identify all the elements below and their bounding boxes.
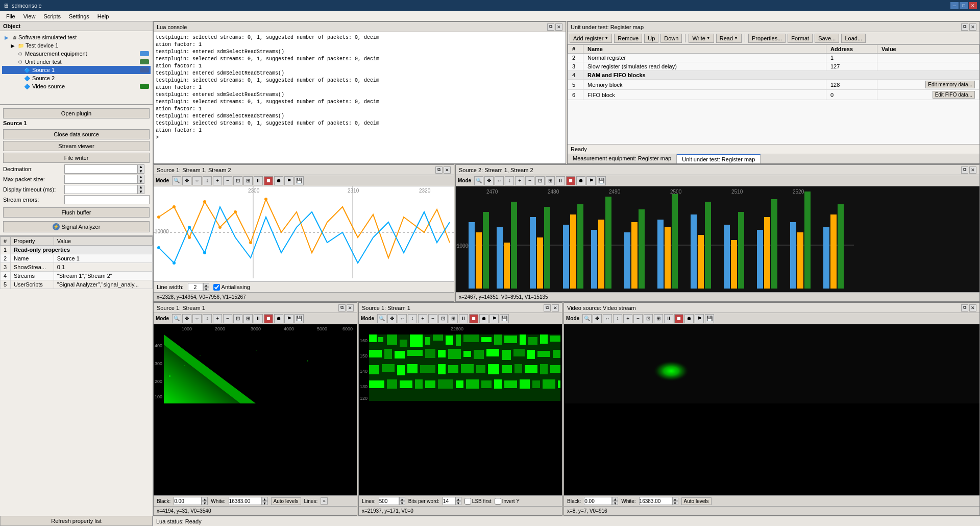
chart-tool-pan[interactable]: ✥ — [182, 176, 191, 185]
video-tool-7[interactable]: ⊡ — [644, 314, 653, 323]
video-tool-4[interactable]: ↕ — [613, 314, 622, 323]
lines-expand-btn[interactable]: » — [321, 497, 328, 505]
chart-tool-zoom-out[interactable]: − — [223, 176, 232, 185]
video-black-arrows[interactable]: ▲ ▼ — [612, 497, 618, 505]
max-packet-down[interactable]: ▼ — [137, 179, 144, 184]
chart-tool-zoom-in[interactable]: + — [213, 176, 222, 185]
s2-tool-pause[interactable]: ⏸ — [556, 176, 565, 185]
s2-tool-fit2[interactable]: ⊞ — [546, 176, 555, 185]
s1h-tool-rec[interactable]: ⏺ — [274, 314, 283, 323]
display-timeout-down[interactable]: ▼ — [137, 189, 144, 194]
register-table-scroll[interactable]: # Name Address Value 2 Normal register 1 — [568, 44, 979, 144]
video-tool-flag[interactable]: ⚑ — [695, 314, 704, 323]
s12-tool-7[interactable]: ⊡ — [438, 314, 448, 323]
lsb-first-checkbox[interactable] — [464, 498, 471, 505]
s1h-tool-1[interactable]: 🔍 — [172, 314, 181, 323]
stream-errors-input[interactable]: 0 — [64, 195, 150, 204]
s12-tool-1[interactable]: 🔍 — [377, 314, 386, 323]
source1-stream12-close-btn[interactable]: ✕ — [444, 166, 451, 174]
invert-y-label[interactable]: Invert Y — [495, 498, 520, 505]
register-map-close-btn[interactable]: ✕ — [969, 23, 976, 31]
menu-scripts[interactable]: Scripts — [39, 12, 65, 20]
video-white-up[interactable]: ▲ — [672, 497, 678, 501]
video-undock-btn[interactable]: ⧉ — [961, 304, 968, 312]
s2-tool-flag[interactable]: ⚑ — [586, 176, 596, 185]
video-source-controls[interactable]: ⧉ ✕ — [961, 304, 976, 312]
s12-bits-arrows[interactable]: ▲ ▼ — [455, 497, 461, 505]
max-packet-input[interactable]: 1000000 — [64, 175, 137, 184]
s12-bits-input[interactable] — [443, 497, 455, 505]
chart-tool-pause[interactable]: ⏸ — [254, 176, 263, 185]
s12-tool-stop[interactable]: ⏹ — [469, 314, 478, 323]
display-timeout-input[interactable]: 500 — [64, 185, 137, 194]
s2-tool-zoom-y[interactable]: ↕ — [505, 176, 514, 185]
signal-analyzer-button[interactable]: ⚡ Signal Analyzer — [3, 221, 150, 232]
antialiasing-label[interactable]: Antialiasing — [213, 284, 250, 291]
lua-console-undock-btn[interactable]: ⧉ — [547, 23, 554, 31]
source1-stream1-2-controls[interactable]: ⧉ ✕ — [544, 304, 559, 312]
s2-tool-export[interactable]: 💾 — [597, 176, 606, 185]
black-down[interactable]: ▼ — [202, 501, 208, 505]
s1h-tool-pause[interactable]: ⏸ — [254, 314, 263, 323]
reg-tab-unit-under-test[interactable]: Unit under test: Register map — [677, 154, 761, 163]
s12-bits-up[interactable]: ▲ — [455, 497, 461, 501]
stream-viewer-button[interactable]: Stream viewer — [3, 141, 150, 151]
s12-close-btn[interactable]: ✕ — [552, 304, 559, 312]
black-input[interactable] — [174, 497, 202, 505]
video-black-input[interactable] — [584, 497, 612, 505]
s12-undock-btn[interactable]: ⧉ — [544, 304, 551, 312]
chart-tool-fit2[interactable]: ⊞ — [243, 176, 253, 185]
s1h-tool-7[interactable]: ⊡ — [233, 314, 242, 323]
tree-item-source-1[interactable]: 🔷 Source 1 — [2, 66, 151, 74]
load-button[interactable]: Load... — [841, 34, 866, 43]
s12-tool-pause[interactable]: ⏸ — [459, 314, 468, 323]
white-down[interactable]: ▼ — [262, 501, 268, 505]
decimation-input[interactable]: 1 — [64, 164, 137, 174]
chart-tool-zoom[interactable]: 🔍 — [172, 176, 181, 185]
s1h-tool-5[interactable]: + — [213, 314, 222, 323]
s12-lines-arrows[interactable]: ▲ ▼ — [399, 497, 405, 505]
lua-console-controls[interactable]: ⧉ ✕ — [547, 23, 562, 31]
register-map-controls[interactable]: ⧉ ✕ — [961, 23, 976, 31]
close-button[interactable]: ✕ — [969, 2, 977, 9]
edit-memory-button[interactable]: Edit memory data... — [925, 81, 975, 88]
video-auto-levels-btn[interactable]: Auto levels — [681, 497, 712, 505]
decimation-up[interactable]: ▲ — [137, 164, 144, 169]
tree-item-test-device-1[interactable]: ▶ 📁 Test device 1 — [2, 41, 151, 50]
remove-register-button[interactable]: Remove — [614, 34, 642, 43]
s2-tool-zoom-x[interactable]: ↔ — [495, 176, 504, 185]
chart-tool-zoom-x[interactable]: ↔ — [192, 176, 202, 185]
lua-console-content[interactable]: testplugin: selected streams: 0, 1, sugg… — [154, 32, 566, 163]
s12-bits-spinbox[interactable]: ▲ ▼ — [443, 497, 461, 505]
white-spinbox[interactable]: ▲ ▼ — [229, 497, 268, 505]
s12-lines-up[interactable]: ▲ — [399, 497, 405, 501]
chart-tool-flag[interactable]: ⚑ — [284, 176, 293, 185]
s1h-close-btn[interactable]: ✕ — [347, 304, 354, 312]
source1-stream1-heatmap-controls[interactable]: ⧉ ✕ — [338, 304, 354, 312]
up-register-button[interactable]: Up — [644, 34, 658, 43]
decimation-spinbox[interactable]: 1 ▲ ▼ — [64, 164, 144, 174]
add-register-button[interactable]: Add register ▼ — [570, 34, 612, 43]
menu-settings[interactable]: Settings — [65, 12, 93, 20]
source2-stream12-undock-btn[interactable]: ⧉ — [961, 166, 968, 174]
open-plugin-button[interactable]: Open plugin — [3, 108, 150, 118]
s12-tool-5[interactable]: + — [418, 314, 427, 323]
antialiasing-checkbox[interactable] — [213, 284, 220, 291]
lua-console-close-btn[interactable]: ✕ — [555, 23, 562, 31]
title-bar-controls[interactable]: ─ □ ✕ — [950, 2, 977, 9]
close-data-source-button[interactable]: Close data source — [3, 129, 150, 139]
format-button[interactable]: Format — [788, 34, 813, 43]
line-width-down[interactable]: ▼ — [203, 287, 209, 291]
video-white-down[interactable]: ▼ — [672, 501, 678, 505]
s2-tool-pan[interactable]: ✥ — [484, 176, 494, 185]
s1h-tool-6[interactable]: − — [223, 314, 232, 323]
s1h-tool-export[interactable]: 💾 — [295, 314, 304, 323]
s1h-tool-3[interactable]: ↔ — [192, 314, 202, 323]
chart-tool-export[interactable]: 💾 — [295, 176, 304, 185]
s12-tool-8[interactable]: ⊞ — [449, 314, 458, 323]
video-white-arrows[interactable]: ▲ ▼ — [672, 497, 678, 505]
video-tool-rec[interactable]: ⏺ — [684, 314, 694, 323]
source2-stream12-controls[interactable]: ⧉ ✕ — [961, 166, 976, 174]
black-spinbox[interactable]: ▲ ▼ — [174, 497, 208, 505]
line-width-arrows[interactable]: ▲ ▼ — [203, 283, 209, 291]
